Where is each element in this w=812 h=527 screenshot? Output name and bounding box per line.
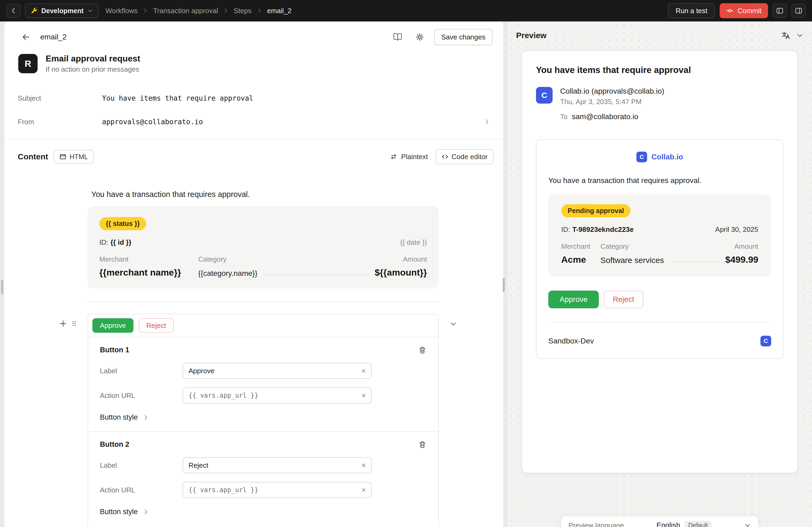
amount-value: ${{amount}} <box>375 267 427 278</box>
email-fields: Subject You have items that require appr… <box>4 90 503 131</box>
breadcrumb-current-step[interactable]: email_2 <box>267 7 292 15</box>
approve-button-preview[interactable]: Approve <box>92 318 133 333</box>
action-url-input-wrap: × <box>183 388 372 404</box>
commit-button[interactable]: Commit <box>720 3 768 18</box>
clear-icon[interactable]: × <box>358 390 369 402</box>
email-intro-text[interactable]: You have a transaction that requires app… <box>91 190 439 199</box>
reject-button-preview[interactable]: Reject <box>139 318 174 333</box>
labels-spacer <box>629 242 735 251</box>
resize-handle-left[interactable] <box>1 280 3 294</box>
breadcrumb-workflow-name[interactable]: Transaction approval <box>153 7 218 15</box>
brand-name: Collab.io <box>651 153 683 161</box>
email-canvas: You have a transaction that requires app… <box>4 174 503 526</box>
leader-line <box>671 261 718 262</box>
format-html-chip[interactable]: HTML <box>54 150 94 164</box>
id-row: ID:{{ id }} {{ date }} <box>99 238 427 246</box>
category-label: Category <box>600 242 629 251</box>
tools-icon <box>31 7 38 14</box>
id-row: ID:T-98923ekndc223e April 30, 2025 <box>561 225 758 234</box>
editor-header: email_2 Save changes <box>4 21 503 52</box>
category-label: Category <box>198 255 227 264</box>
clear-icon[interactable]: × <box>358 484 369 496</box>
category-value: Software services <box>600 256 664 265</box>
preview-options-button[interactable] <box>796 32 803 39</box>
action-url-label: Action URL <box>100 391 183 400</box>
trash-icon <box>418 346 426 354</box>
transaction-summary-block[interactable]: {{ status }} ID:{{ id }} {{ date }} Merc… <box>88 206 439 288</box>
to-label: To <box>560 113 567 121</box>
summary-values-row: Acme Software services $499.99 <box>561 254 758 265</box>
summary-labels-row: Merchant Category Amount <box>99 255 427 264</box>
step-back-button[interactable] <box>18 30 33 45</box>
button-1-label-input[interactable] <box>183 363 372 379</box>
workspace: email_2 Save changes R Email approval re… <box>0 21 812 527</box>
labels-spacer <box>227 255 403 264</box>
buttons-block-wrap: Approve Reject Button 1 <box>88 314 439 526</box>
approve-button[interactable]: Approve <box>548 291 599 308</box>
status-pill: {{ status }} <box>99 217 146 230</box>
format-html-label: HTML <box>70 153 88 161</box>
panel-right-icon <box>795 7 802 15</box>
subject-label: Subject <box>18 94 102 103</box>
button-1-action-url-row: Action URL × <box>100 388 426 404</box>
drag-handle[interactable] <box>71 320 77 328</box>
plaintext-button[interactable]: Plaintext <box>388 153 430 161</box>
environment-selector[interactable]: Development <box>25 3 99 18</box>
step-summary: R Email approval request If no action on… <box>4 52 503 74</box>
code-editor-button[interactable]: Code editor <box>436 149 494 164</box>
step-condition: If no action on prior messages <box>46 65 140 74</box>
commit-label: Commit <box>737 7 762 15</box>
preview-language-badge: Default <box>684 521 712 527</box>
resize-handle-divider[interactable] <box>503 278 505 292</box>
amount-label: Amount <box>734 242 758 251</box>
swap-arrows-icon <box>390 153 397 161</box>
button-2-action-url-row: Action URL × <box>100 482 426 498</box>
translate-button[interactable] <box>781 31 790 40</box>
content-section-title: Content <box>18 152 48 161</box>
reject-button[interactable]: Reject <box>604 291 643 308</box>
run-a-test-button[interactable]: Run a test <box>668 3 715 18</box>
clear-icon[interactable]: × <box>358 365 369 377</box>
button-2-label-row: Label × <box>100 457 426 473</box>
collapse-block-button[interactable] <box>450 320 457 328</box>
chevron-right-icon <box>143 509 149 515</box>
button-2-label-input[interactable] <box>183 457 372 473</box>
preview-language-selector[interactable]: Preview language English Default <box>561 516 758 527</box>
status-pill: Pending approval <box>561 204 630 217</box>
email-action-buttons: Approve Reject <box>548 291 771 308</box>
button-1-title: Button 1 <box>100 346 129 354</box>
date-value: {{ date }} <box>400 238 427 246</box>
button-2-style-toggle[interactable]: Button style <box>100 508 149 516</box>
toggle-left-panel-button[interactable] <box>773 4 787 18</box>
trash-icon <box>418 441 426 449</box>
docs-button[interactable] <box>390 30 405 45</box>
email-preview-card: You have items that require approval C C… <box>521 50 798 473</box>
buttons-block[interactable]: Approve Reject Button 1 <box>88 314 439 526</box>
code-editor-label: Code editor <box>452 153 488 161</box>
back-button[interactable] <box>6 4 20 18</box>
settings-button[interactable] <box>412 30 427 45</box>
button-1-style-toggle[interactable]: Button style <box>100 413 149 422</box>
subject-row[interactable]: Subject You have items that require appr… <box>18 90 490 107</box>
button-2-action-url-input[interactable] <box>183 482 372 498</box>
preview-language-label: Preview language <box>568 521 624 527</box>
delete-button-1[interactable] <box>418 346 426 354</box>
toggle-right-panel-button[interactable] <box>792 4 806 18</box>
summary-values-row: {{merchant name}} {{category.name}} ${{a… <box>99 267 427 278</box>
button-1-action-url-input[interactable] <box>183 388 372 404</box>
clear-icon[interactable]: × <box>358 460 369 471</box>
from-row[interactable]: From approvals@collaborato.io <box>18 113 490 131</box>
id-label: ID: <box>99 238 108 246</box>
languages-icon <box>781 31 790 40</box>
amount-value: $499.99 <box>725 254 758 265</box>
breadcrumb-steps[interactable]: Steps <box>234 7 251 15</box>
delete-button-2[interactable] <box>418 441 426 449</box>
action-url-label: Action URL <box>100 486 183 494</box>
canvas-divider <box>88 301 439 302</box>
breadcrumb-workflows[interactable]: Workflows <box>105 7 137 15</box>
save-changes-button[interactable]: Save changes <box>434 29 492 45</box>
subject-value: You have items that require approval <box>102 94 253 102</box>
add-block-button[interactable] <box>59 320 67 328</box>
email-footer: Sandbox-Dev C <box>548 336 771 346</box>
sender-name: Collab.io (approvals@collab.io) <box>560 87 664 95</box>
